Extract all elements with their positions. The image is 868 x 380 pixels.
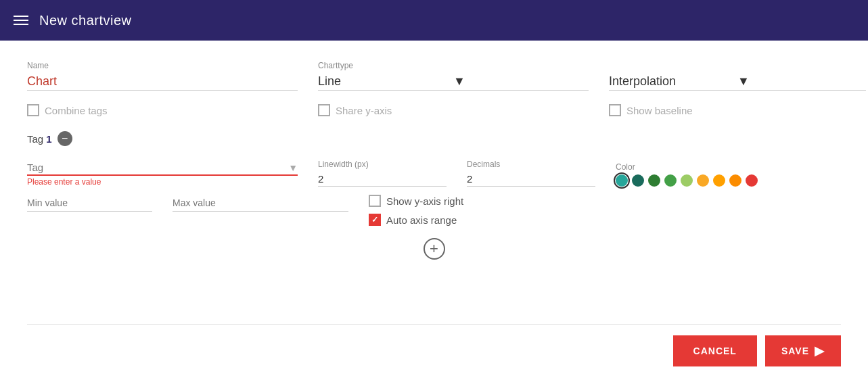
tag-heading-text: Tag 1 <box>27 133 52 145</box>
min-value-col <box>27 195 152 212</box>
menu-icon[interactable] <box>14 16 28 25</box>
tag-col: ▼ Please enter a value <box>27 160 298 187</box>
charttype-field: Charttype Line ▼ <box>318 61 589 91</box>
decimals-col: Decimals <box>467 160 595 187</box>
decimals-input[interactable] <box>467 172 595 187</box>
row-name-charttype: Name Charttype Line ▼ Interpolation ▼ <box>27 61 841 91</box>
linewidth-col: Linewidth (px) <box>318 160 447 187</box>
combine-tags-col: Combine tags <box>27 104 298 123</box>
save-arrow-icon: ▶ <box>815 343 825 358</box>
row-checkboxes: Combine tags Share y-axis Show baseline <box>27 104 841 123</box>
color-dot-yellow[interactable] <box>697 174 709 187</box>
charttype-value: Line <box>318 74 453 89</box>
show-yaxis-right-checkbox[interactable] <box>369 195 381 207</box>
charttype-arrow-icon: ▼ <box>453 74 589 89</box>
tag-error-message: Please enter a value <box>27 177 298 187</box>
charttype-label: Charttype <box>318 61 589 70</box>
share-yaxis-label: Share y-axis <box>336 105 392 116</box>
form-area: Name Charttype Line ▼ Interpolation ▼ <box>27 61 841 317</box>
add-tag-row: + <box>27 238 841 260</box>
interpolation-dropdown[interactable]: Interpolation ▼ <box>609 73 866 91</box>
share-yaxis-checkbox[interactable] <box>318 104 330 116</box>
color-dot-amber[interactable] <box>713 174 725 187</box>
save-button[interactable]: SAVE ▶ <box>765 335 841 366</box>
color-dot-dark-green[interactable] <box>648 174 660 187</box>
combine-tags-row: Combine tags <box>27 104 298 116</box>
app-header: New chartview <box>0 0 868 41</box>
combine-tags-label: Combine tags <box>45 105 108 116</box>
save-label: SAVE <box>781 346 809 356</box>
color-dot-dark-teal[interactable] <box>632 174 644 187</box>
show-yaxis-right-row: Show y-axis right <box>369 195 841 207</box>
page-title: New chartview <box>39 13 132 28</box>
color-label: Color <box>616 162 841 172</box>
minmax-axis-row: Show y-axis right Auto axis range <box>27 195 841 233</box>
linewidth-input[interactable] <box>318 172 447 187</box>
auto-axis-range-row: Auto axis range <box>369 214 841 226</box>
decimals-label: Decimals <box>467 160 595 169</box>
cancel-button[interactable]: CANCEL <box>673 335 757 366</box>
tag-dropdown-field[interactable]: ▼ <box>27 160 298 176</box>
color-dot-light-green[interactable] <box>681 174 693 187</box>
share-yaxis-row: Share y-axis <box>318 104 589 116</box>
tag-input-row: ▼ Please enter a value Linewidth (px) De… <box>27 160 841 187</box>
combine-tags-checkbox[interactable] <box>27 104 39 116</box>
remove-tag-button[interactable]: − <box>58 131 72 146</box>
linewidth-label: Linewidth (px) <box>318 160 447 169</box>
tag-heading-row: Tag 1 − <box>27 131 841 146</box>
show-baseline-label: Show baseline <box>626 105 693 116</box>
interpolation-placeholder: Interpolation <box>609 74 737 89</box>
color-dot-orange[interactable] <box>729 174 741 187</box>
show-baseline-checkbox[interactable] <box>609 104 621 116</box>
auto-axis-range-checkbox[interactable] <box>369 214 381 226</box>
tag-input[interactable] <box>27 162 288 173</box>
max-value-col <box>173 195 348 212</box>
name-label: Name <box>27 61 298 70</box>
show-baseline-col: Show baseline <box>609 104 866 123</box>
main-content: Name Charttype Line ▼ Interpolation ▼ <box>0 41 868 380</box>
color-col: Color <box>616 162 841 187</box>
add-tag-button[interactable]: + <box>424 238 445 260</box>
color-picker <box>616 174 841 187</box>
charttype-dropdown[interactable]: Line ▼ <box>318 73 589 91</box>
color-dot-red[interactable] <box>746 174 758 187</box>
axis-options-col: Show y-axis right Auto axis range <box>369 195 841 233</box>
tag-arrow-icon: ▼ <box>288 162 298 173</box>
interpolation-arrow-icon: ▼ <box>737 74 866 89</box>
min-value-input[interactable] <box>27 195 152 212</box>
tag-number: 1 <box>46 133 51 145</box>
name-input[interactable] <box>27 73 298 91</box>
name-field: Name <box>27 61 298 91</box>
interpolation-field: Interpolation ▼ <box>609 73 866 91</box>
footer: CANCEL SAVE ▶ <box>27 324 841 366</box>
auto-axis-range-label: Auto axis range <box>386 214 457 226</box>
color-dot-green[interactable] <box>664 174 677 187</box>
show-baseline-row: Show baseline <box>609 104 866 116</box>
show-yaxis-right-label: Show y-axis right <box>386 195 463 207</box>
max-value-input[interactable] <box>173 195 348 212</box>
share-yaxis-col: Share y-axis <box>318 104 589 123</box>
color-dot-teal[interactable] <box>616 174 628 187</box>
